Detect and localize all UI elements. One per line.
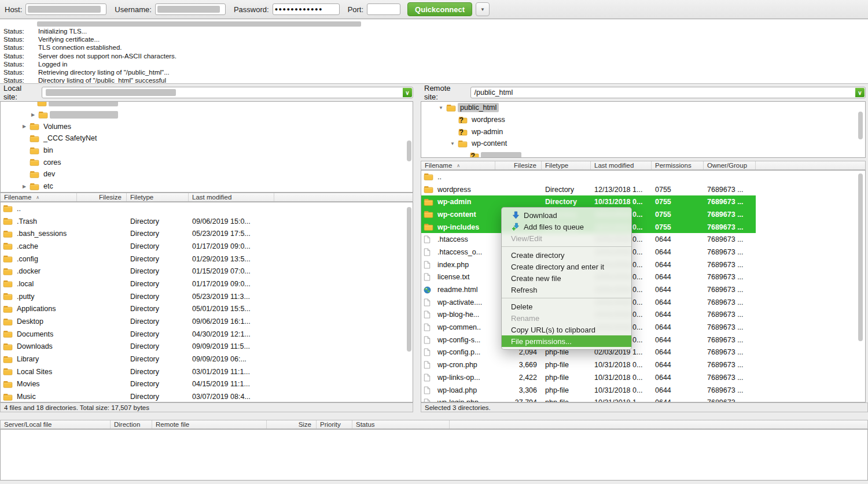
permissions: 0755 [652, 208, 704, 221]
remote-file-row[interactable]: wp-cron.php 3,669 php-file 10/31/2018 0.… [421, 359, 756, 371]
file-icon [424, 323, 431, 331]
column-header-direction[interactable]: Direction [111, 420, 152, 428]
column-header-server-local-file[interactable]: Server/Local file [1, 420, 111, 428]
local-file-row[interactable]: .cache Directory 01/17/2019 09:0... [1, 240, 274, 253]
folder-icon [424, 173, 433, 180]
local-file-row[interactable]: Documents Directory 04/30/2019 12:1... [1, 328, 274, 341]
status-log-line: Status: Directory listing of "/public_ht… [0, 76, 868, 84]
column-header-filesize[interactable]: Filesize [77, 193, 127, 201]
disclosure-triangle-icon[interactable]: ▶ [19, 184, 30, 189]
context-menu-item[interactable]: Delete [502, 301, 631, 312]
disclosure-triangle-icon[interactable]: ▼ [447, 141, 458, 146]
local-site-dropdown-button[interactable]: ∨ [403, 88, 412, 97]
tree-item[interactable]: ? wordpress [421, 114, 865, 126]
remote-file-row[interactable]: .. [421, 171, 756, 183]
column-header-filesize[interactable]: Filesize [495, 161, 542, 169]
context-menu-item[interactable]: Copy URL(s) to clipboard [502, 324, 631, 335]
local-list-scrollbar[interactable] [407, 207, 411, 352]
tree-item[interactable]: ? [421, 150, 865, 158]
owner-group: 7689673 ... [704, 258, 756, 271]
host-input[interactable] [25, 3, 106, 15]
local-file-row[interactable]: .config Directory 01/29/2019 13:5... [1, 253, 274, 265]
context-menu-item[interactable]: Add files to queue [502, 221, 631, 232]
context-menu-item[interactable]: View/Edit [502, 232, 631, 244]
tree-item[interactable]: bin [1, 145, 413, 157]
local-tree-scrollbar[interactable] [407, 141, 411, 161]
tree-item[interactable]: ▶ Volumes [1, 120, 413, 132]
local-file-row[interactable]: Local Sites Directory 03/01/2019 11:1... [1, 365, 274, 378]
filename: wp-content [437, 210, 476, 219]
local-file-row[interactable]: .Trash Directory 09/06/2019 15:0... [1, 215, 274, 228]
remote-site-dropdown-button[interactable]: ∨ [855, 88, 865, 97]
port-input[interactable] [367, 3, 400, 15]
remote-site-bar: Remote site: /public_html ∨ [421, 84, 866, 101]
context-menu-item[interactable]: Create directory [502, 249, 631, 261]
transfer-queue-list[interactable] [0, 429, 868, 481]
tree-item[interactable]: ? wp-admin [421, 125, 865, 138]
local-directory-tree[interactable]: ▶ ▶ Volumes _CCC SafetyNet [0, 101, 413, 193]
filesize [77, 265, 127, 278]
column-header-last-modified[interactable]: Last modified [189, 193, 274, 201]
context-menu-item[interactable]: Refresh [502, 284, 631, 295]
remote-file-row[interactable]: wp-links-op... 2,422 php-file 10/31/2018… [421, 371, 756, 384]
local-file-row[interactable]: Music Directory 03/07/2019 08:4... [1, 390, 274, 402]
context-menu-item[interactable]: Create new file [502, 272, 631, 284]
local-file-row[interactable]: Library Directory 09/09/2019 06:... [1, 353, 274, 365]
column-header-filetype[interactable]: Filetype [542, 161, 591, 169]
column-header-last-modified[interactable]: Last modified [591, 161, 652, 169]
remote-file-row[interactable]: wordpress Directory 12/13/2018 1... 0755… [421, 183, 756, 196]
folder-icon [3, 255, 13, 263]
local-file-row[interactable]: Applications Directory 05/01/2019 15:5..… [1, 303, 274, 316]
local-file-row[interactable]: .local Directory 01/17/2019 09:0... [1, 278, 274, 290]
column-header-filename[interactable]: Filename∧ [421, 161, 495, 169]
disclosure-triangle-icon[interactable]: ▶ [19, 124, 30, 129]
filename: wp-config-s... [437, 336, 480, 344]
local-file-row[interactable]: .bash_sessions Directory 05/23/2019 17:5… [1, 227, 274, 240]
quickconnect-dropdown-button[interactable]: ▼ [476, 2, 490, 16]
filename: Local Sites [17, 368, 52, 376]
column-header-remote-file[interactable]: Remote file [152, 420, 267, 428]
tree-item[interactable]: dev [1, 168, 413, 180]
local-file-row[interactable]: Desktop Directory 09/06/2019 16:1... [1, 315, 274, 328]
remote-file-row[interactable]: wp-login.php 37,794 php-file 10/31/2018 … [421, 396, 756, 402]
local-file-row[interactable]: Downloads Directory 09/09/2019 11:5... [1, 341, 274, 353]
remote-list-scrollbar[interactable] [858, 173, 863, 341]
local-file-row[interactable]: .. [1, 202, 274, 215]
column-header-priority[interactable]: Priority [317, 420, 352, 428]
remote-file-row[interactable]: wp-load.php 3,306 php-file 10/31/2018 0.… [421, 384, 756, 397]
local-file-list[interactable]: .. .Trash Directory 09/06/2019 15:0... .… [0, 202, 413, 402]
status-label: Status: [0, 76, 38, 84]
tree-item[interactable]: cores [1, 156, 413, 168]
context-menu-item[interactable]: Rename [502, 312, 631, 324]
tree-item[interactable]: ▶ etc [1, 180, 413, 193]
column-header-size[interactable]: Size [267, 420, 317, 428]
column-header-permissions[interactable]: Permissions [652, 161, 704, 169]
tree-item[interactable] [1, 101, 413, 109]
column-header-owner-group[interactable]: Owner/Group [704, 161, 756, 169]
password-input[interactable]: ●●●●●●●●●●●● [273, 3, 340, 15]
tree-item[interactable]: ▼ wp-content [421, 138, 865, 150]
column-header-filename[interactable]: Filename∧ [1, 193, 77, 201]
remote-site-dropdown[interactable]: /public_html ∨ [470, 87, 866, 98]
context-menu-item[interactable]: Download [502, 209, 631, 221]
disclosure-triangle-icon[interactable]: ▶ [28, 112, 38, 117]
local-file-row[interactable]: .putty Directory 05/23/2019 11:3... [1, 290, 274, 303]
context-menu-item[interactable]: Create directory and enter it [502, 261, 631, 272]
context-menu-item[interactable]: File permissions... [502, 335, 631, 347]
file-icon [424, 311, 431, 319]
disclosure-triangle-icon[interactable]: ▼ [436, 105, 446, 110]
remote-directory-tree[interactable]: ▼ public_html ? wordpress ? wp-admin ▼ [421, 101, 866, 158]
remote-tree-scrollbar[interactable] [858, 112, 863, 139]
column-header-filetype[interactable]: Filetype [127, 193, 189, 201]
local-file-row[interactable]: Movies Directory 04/15/2019 11:1... [1, 378, 274, 391]
tree-item[interactable]: ▶ [1, 109, 413, 121]
remote-file-list[interactable]: .. wordpress Directory 12/13/2018 1... 0… [421, 170, 866, 402]
tree-item[interactable]: _CCC SafetyNet [1, 132, 413, 145]
local-site-dropdown[interactable]: ∨ [42, 87, 413, 98]
tree-item[interactable]: ▼ public_html [421, 102, 865, 114]
quickconnect-button[interactable]: Quickconnect [407, 2, 472, 16]
remote-file-row[interactable]: wp-admin Directory 10/31/2018 0... 0755 … [421, 195, 756, 208]
column-header-status[interactable]: Status [352, 420, 450, 428]
local-file-row[interactable]: .docker Directory 01/15/2019 07:0... [1, 265, 274, 278]
username-input[interactable] [155, 3, 226, 15]
